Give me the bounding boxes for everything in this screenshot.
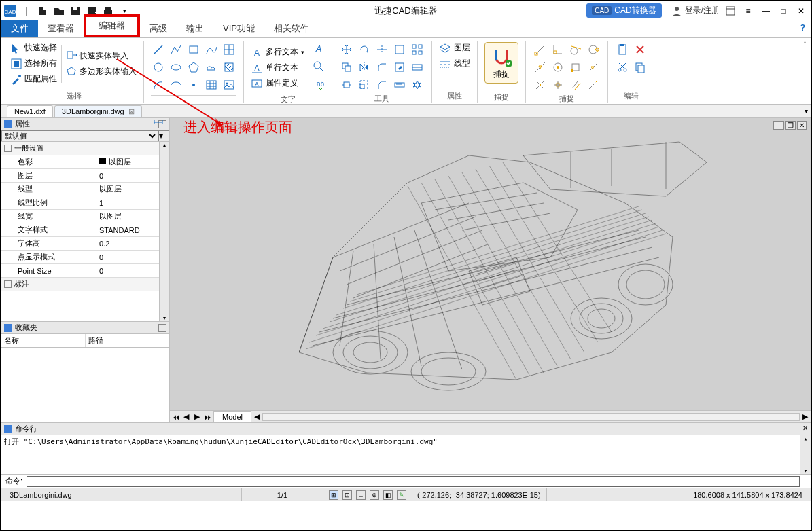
rotate-tool-icon[interactable] xyxy=(357,42,372,57)
cloud-tool-icon[interactable] xyxy=(204,60,219,75)
tabs-overflow-icon[interactable]: ▾ xyxy=(805,107,808,115)
viewport-min-icon[interactable]: — xyxy=(773,121,784,130)
maximize-icon[interactable]: □ xyxy=(777,4,790,18)
mirror-tool-icon[interactable] xyxy=(357,60,372,75)
snap-mid-icon[interactable] xyxy=(533,60,548,75)
login-link[interactable]: 登录/注册 xyxy=(671,5,720,16)
snap-nearest-icon[interactable] xyxy=(586,60,601,75)
status-dyn-toggle[interactable]: ✎ xyxy=(397,490,406,500)
image-tool-icon[interactable] xyxy=(222,77,236,92)
snap-button[interactable]: 捕捉 xyxy=(484,42,518,84)
spell-check-icon[interactable]: ab xyxy=(313,79,325,93)
viewport-restore-icon[interactable]: ❐ xyxy=(785,121,796,130)
arc-tool-icon[interactable] xyxy=(151,77,166,92)
find-text-icon[interactable] xyxy=(313,60,325,75)
point-tool-icon[interactable] xyxy=(186,77,201,92)
viewport-close-icon[interactable]: ✕ xyxy=(797,121,807,130)
text-style-icon[interactable]: A xyxy=(313,42,325,56)
tab-file[interactable]: 文件 xyxy=(1,20,38,37)
tab-vip[interactable]: VIP功能 xyxy=(213,20,264,37)
model-scroll-first-icon[interactable]: ⏮ xyxy=(170,413,181,421)
status-snap-toggle[interactable]: ⊞ xyxy=(329,490,338,500)
multiline-text-button[interactable]: A多行文本▾ xyxy=(251,46,304,58)
ellipse-arc-tool-icon[interactable] xyxy=(169,77,183,92)
model-scroll-last-icon[interactable]: ⏭ xyxy=(202,413,213,421)
status-polar-toggle[interactable]: ⊕ xyxy=(370,490,379,500)
paste-icon[interactable] xyxy=(615,42,630,57)
model-scroll-prev-icon[interactable]: ◀ xyxy=(181,412,192,421)
quick-entity-import-button[interactable]: 快速实体导入 xyxy=(66,50,137,62)
polyline-tool-icon[interactable] xyxy=(169,42,183,57)
linetype-button[interactable]: 线型 xyxy=(439,58,470,69)
copy-tool-icon[interactable] xyxy=(339,60,354,75)
hatch-tool-icon[interactable] xyxy=(222,60,236,75)
tab-advanced[interactable]: 高级 xyxy=(140,20,177,37)
single-text-button[interactable]: A单行文本 xyxy=(251,62,304,73)
model-tab[interactable]: Model xyxy=(213,411,251,422)
layer-button[interactable]: 图层 xyxy=(439,42,470,54)
tab-output[interactable]: 输出 xyxy=(177,20,213,37)
move-tool-icon[interactable] xyxy=(339,42,354,57)
ribbon-toggle-icon[interactable] xyxy=(724,4,737,18)
cmd-scrollbar[interactable]: ▴▾ xyxy=(800,435,811,474)
props-scrollbar[interactable]: ▴▾ xyxy=(159,142,169,321)
polygon-tool-icon[interactable] xyxy=(186,60,201,75)
props-type-dropdown[interactable]: 默认值 xyxy=(1,130,158,141)
viewport[interactable]: — ❐ ✕ 进入编辑操作页面 xyxy=(170,118,811,422)
circle-tool-icon[interactable] xyxy=(151,60,166,75)
tab-viewer[interactable]: 查看器 xyxy=(38,20,84,37)
snap-insert-icon[interactable] xyxy=(568,60,583,75)
measure-tool-icon[interactable] xyxy=(392,77,407,92)
spline-tool-icon[interactable] xyxy=(204,42,219,57)
grid-tool-icon[interactable] xyxy=(222,42,236,57)
help-icon[interactable]: ? xyxy=(800,23,805,33)
trim-tool-icon[interactable] xyxy=(374,42,389,57)
menu-icon[interactable]: ≡ xyxy=(741,4,755,18)
snap-tangent-icon[interactable] xyxy=(568,42,583,57)
close-icon[interactable]: ✕ xyxy=(794,4,808,18)
tab-editor[interactable]: 编辑器 xyxy=(84,14,140,37)
file-tab-new1[interactable]: New1.dxf xyxy=(7,105,53,117)
fav-col-name[interactable]: 名称 xyxy=(1,334,86,347)
props-section-callout[interactable]: −标注 xyxy=(1,278,169,291)
stretch-tool-icon[interactable] xyxy=(339,77,354,92)
save-icon[interactable] xyxy=(69,5,82,17)
snap-intersect-icon[interactable] xyxy=(533,77,548,92)
line-tool-icon[interactable] xyxy=(151,42,166,57)
cmd-panel-close-icon[interactable]: ✕ xyxy=(802,424,808,432)
fav-col-path[interactable]: 路径 xyxy=(86,334,170,347)
delete-icon[interactable] xyxy=(633,42,648,57)
snap-endpoint-icon[interactable] xyxy=(533,42,548,57)
select-all-button[interactable]: 选择所有 xyxy=(11,58,57,69)
chamfer-tool-icon[interactable] xyxy=(374,77,389,92)
open-icon[interactable] xyxy=(53,5,65,17)
explode-tool-icon[interactable] xyxy=(410,77,425,92)
quick-select-button[interactable]: 快速选择 xyxy=(11,42,57,54)
file-tab-close-icon[interactable]: ⊠ xyxy=(128,107,135,115)
ellipse-tool-icon[interactable] xyxy=(169,60,183,75)
fav-panel-restore-icon[interactable] xyxy=(158,324,166,332)
status-osnap-toggle[interactable]: ◧ xyxy=(383,490,393,500)
match-prop-button[interactable]: 匹配属性 xyxy=(11,73,57,85)
cad-convert-button[interactable]: CAD CAD转换器 xyxy=(586,3,661,18)
snap-parallel-icon[interactable] xyxy=(568,77,583,92)
status-grid-toggle[interactable]: ⊡ xyxy=(342,490,352,500)
snap-center-icon[interactable] xyxy=(550,60,565,75)
model-scroll-next-icon[interactable]: ▶ xyxy=(192,412,202,421)
rect-tool-icon[interactable] xyxy=(186,42,201,57)
cut-icon[interactable] xyxy=(615,60,630,75)
copy-clip-icon[interactable] xyxy=(633,60,648,75)
status-ortho-toggle[interactable]: ∟ xyxy=(356,490,366,500)
tab-related[interactable]: 相关软件 xyxy=(264,20,319,37)
polygon-entity-input-button[interactable]: 多边形实体输入 xyxy=(66,66,137,77)
fillet-tool-icon[interactable] xyxy=(374,60,389,75)
block-attr-icon[interactable] xyxy=(410,60,425,75)
props-section-general[interactable]: −一般设置 xyxy=(1,142,169,155)
new-icon[interactable] xyxy=(37,5,49,17)
ribbon-collapse-icon[interactable]: ˄ xyxy=(803,41,807,48)
snap-extend-icon[interactable] xyxy=(586,77,601,92)
table-tool-icon[interactable] xyxy=(204,77,219,92)
snap-perp-icon[interactable] xyxy=(550,42,565,57)
snap-quad-icon[interactable] xyxy=(586,42,601,57)
scale-tool-icon[interactable] xyxy=(357,77,372,92)
